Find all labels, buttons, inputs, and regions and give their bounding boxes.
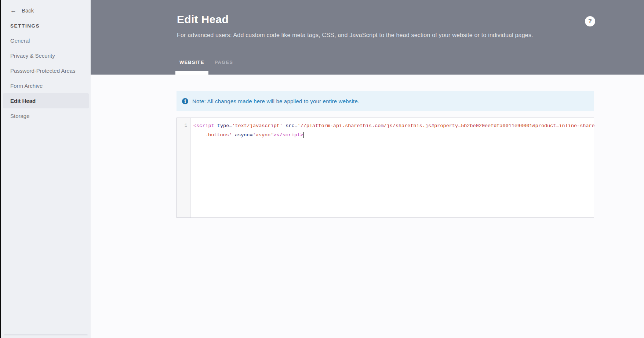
code-token-attr: type= — [217, 123, 232, 129]
code-line: <script type='text/javascript' src='//pl… — [190, 121, 595, 130]
note-text: Note: All changes made here will be appl… — [192, 98, 359, 104]
content-area: i Note: All changes made here will be ap… — [91, 75, 644, 338]
sidebar-item-general[interactable]: General — [1, 33, 91, 48]
code-row: -buttons' async='async'></script> — [177, 130, 594, 140]
code-token-string: -buttons' — [205, 132, 232, 138]
line-number: 1 — [177, 121, 190, 130]
back-button[interactable]: ← Back — [1, 0, 91, 14]
sidebar-scrollbar[interactable] — [4, 334, 88, 335]
sidebar-section-title: SETTINGS — [10, 23, 91, 29]
main-column: Edit Head For advanced users: Add custom… — [91, 0, 644, 338]
app-window: ← Back SETTINGS General Privacy & Securi… — [0, 0, 644, 338]
header-tabs: WEBSITE PAGES — [175, 60, 237, 75]
code-token-tag: ></script> — [273, 132, 303, 138]
tab-website[interactable]: WEBSITE — [175, 60, 208, 75]
page-header: Edit Head For advanced users: Add custom… — [91, 0, 644, 75]
page-description: For advanced users: Add custom code like… — [177, 32, 644, 39]
back-arrow-icon: ← — [10, 7, 17, 14]
text-cursor — [303, 132, 304, 138]
sidebar-item-form-archive[interactable]: Form Archive — [1, 78, 91, 93]
code-editor-lines: 1<script type='text/javascript' src='//p… — [177, 118, 594, 140]
code-token-tag: <script — [193, 123, 214, 129]
code-editor[interactable]: 1<script type='text/javascript' src='//p… — [177, 118, 594, 218]
code-token-attr: src= — [285, 123, 297, 129]
sidebar-item-edit-head[interactable]: Edit Head — [3, 93, 89, 108]
page-title: Edit Head — [177, 0, 644, 26]
tab-pages[interactable]: PAGES — [211, 60, 237, 75]
sidebar-item-password-protected-areas[interactable]: Password-Protected Areas — [1, 63, 91, 78]
sidebar-item-storage[interactable]: Storage — [1, 108, 91, 123]
question-mark-icon: ? — [588, 18, 592, 25]
code-token-string: 'async' — [253, 132, 274, 138]
info-icon: i — [182, 98, 188, 104]
code-line: -buttons' async='async'></script> — [190, 130, 304, 140]
help-button[interactable]: ? — [585, 16, 595, 26]
sidebar-nav: General Privacy & Security Password-Prot… — [1, 33, 91, 123]
code-token-string: '//platform-api.sharethis.com/js/shareth… — [298, 123, 595, 129]
code-token-attr: async= — [235, 132, 253, 138]
line-number — [177, 130, 190, 140]
code-token-plain — [232, 132, 235, 138]
code-token-plain — [283, 123, 285, 129]
note-banner: i Note: All changes made here will be ap… — [177, 91, 594, 111]
sidebar-item-privacy-security[interactable]: Privacy & Security — [1, 48, 91, 63]
settings-sidebar: ← Back SETTINGS General Privacy & Securi… — [1, 0, 91, 338]
code-token-plain — [214, 123, 217, 129]
code-row: 1<script type='text/javascript' src='//p… — [177, 121, 594, 130]
back-label: Back — [22, 7, 34, 14]
code-token-string: 'text/javascript' — [232, 123, 283, 129]
